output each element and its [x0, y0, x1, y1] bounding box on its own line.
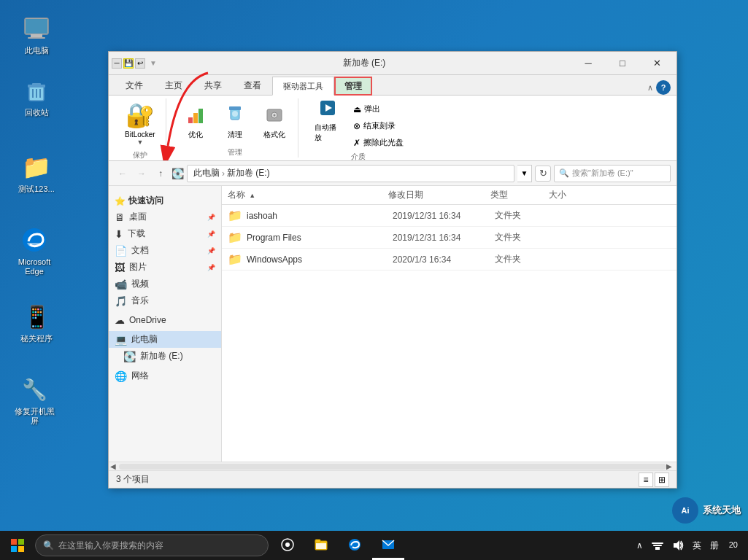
svg-rect-27 [18, 539, 24, 545]
watermark: Ai 系统天地 [672, 497, 741, 524]
ribbon-content: 🔐 BitLocker ▼ 保护 [109, 96, 676, 161]
col-size-label: 大小 [549, 190, 566, 200]
desktop-sidebar-label: 桌面 [129, 211, 147, 223]
bitlocker-button[interactable]: 🔐 BitLocker ▼ [120, 98, 160, 149]
erase-disc-button[interactable]: ✗ 擦除此光盘 [350, 135, 407, 150]
desktop-icon-recycle-bin[interactable]: 回收站 [11, 73, 62, 120]
clean-button[interactable]: 清理 [217, 102, 252, 143]
file-type-iashoah: 文件夹 [495, 209, 553, 222]
file-row-windows-apps[interactable]: 📁 WindowsApps 2020/1/3 16:34 文件夹 [222, 249, 676, 271]
optimize-button[interactable]: 优化 [178, 102, 213, 143]
tab-home[interactable]: 主页 [154, 76, 193, 95]
tray-volume[interactable] [669, 538, 687, 553]
file-row-program-files[interactable]: 📁 Program Files 2019/12/31 16:34 文件夹 [222, 227, 676, 249]
sidebar-item-music[interactable]: 🎵 音乐 [109, 292, 221, 309]
drive-icon[interactable]: 💽 [171, 168, 184, 179]
tray-chevron[interactable]: ∧ [633, 539, 646, 552]
new-volume-sidebar-icon: 💽 [123, 351, 136, 362]
tray-ime[interactable]: 册 [707, 538, 722, 553]
tab-view[interactable]: 查看 [233, 76, 272, 95]
file-row-iashoah[interactable]: 📁 iashoah 2019/12/31 16:34 文件夹 [222, 205, 676, 227]
sidebar-item-this-pc[interactable]: 💻 此电脑 [109, 331, 221, 348]
undo-btn[interactable]: ↩ [135, 58, 145, 69]
autoplay-button[interactable]: 自动播放 [310, 101, 345, 139]
tray-clock[interactable]: 20 [725, 539, 742, 551]
save-btn[interactable]: 💾 [123, 58, 134, 69]
format-icon [264, 105, 285, 130]
taskbar-task-view[interactable] [271, 531, 304, 560]
tray-lang[interactable]: 英 [690, 538, 704, 553]
watermark-logo: Ai [672, 497, 698, 524]
up-button[interactable]: ↑ [153, 166, 169, 182]
maximize-button[interactable]: □ [606, 52, 639, 75]
ribbon-tabs: 文件 主页 共享 查看 驱动器工具 管理 ∧ ? [109, 75, 676, 96]
svg-point-22 [273, 114, 275, 116]
search-box[interactable]: 🔍 搜索"新加卷 (E:)" [554, 165, 671, 182]
desktop-icon-app2[interactable]: 🔧 修复开机黑屏 [9, 372, 60, 429]
format-button[interactable]: 格式化 [257, 102, 292, 143]
address-path[interactable]: 此电脑 › 新加卷 (E:) [187, 165, 514, 182]
desktop-icon-app1[interactable]: 📱 秘关程序 [11, 299, 62, 346]
bitlocker-arrow: ▼ [136, 139, 143, 146]
desktop-icon-this-pc[interactable]: 此电脑 [11, 11, 62, 58]
sidebar-section-network: 🌐 网络 [109, 368, 221, 384]
sidebar-item-network[interactable]: 🌐 网络 [109, 368, 221, 384]
scroll-right-btn[interactable]: ▶ [666, 462, 675, 470]
taskbar-mail[interactable] [372, 531, 404, 560]
title-bar-controls: ─ □ ✕ [571, 52, 674, 75]
tab-share[interactable]: 共享 [193, 76, 233, 95]
tray-network[interactable] [649, 538, 666, 553]
clean-label: 清理 [228, 130, 242, 140]
desktop-pin-icon: 📌 [207, 214, 215, 221]
col-name[interactable]: 名称 ▲ [228, 189, 388, 201]
main-area: ⭐ 快速访问 🖥 桌面 📌 ⬇ 下载 📌 📄 [109, 186, 676, 462]
sidebar-item-onedrive[interactable]: ☁ OneDrive [109, 312, 221, 328]
tab-drive-tools[interactable]: 驱动器工具 [272, 77, 334, 96]
sidebar-item-videos[interactable]: 📹 视频 [109, 276, 221, 292]
svg-rect-9 [32, 83, 41, 85]
horizontal-scrollbar[interactable]: ◀ ▶ [109, 462, 676, 470]
col-date-label: 修改日期 [388, 190, 423, 200]
minimize-quick-btn[interactable]: ─ [112, 58, 122, 69]
folder-icon-windows-apps: 📁 [228, 252, 242, 266]
taskbar-search[interactable]: 🔍 在这里输入你要搜索的内容 [35, 534, 269, 556]
sidebar-item-documents[interactable]: 📄 文档 📌 [109, 242, 221, 259]
svg-point-31 [285, 542, 290, 547]
ribbon-collapse-icon[interactable]: ∧ [647, 83, 653, 93]
taskbar-edge[interactable] [339, 531, 371, 560]
taskbar-file-explorer[interactable] [305, 531, 337, 560]
sidebar-item-pictures[interactable]: 🖼 图片 📌 [109, 259, 221, 276]
sidebar-item-new-volume[interactable]: 💽 新加卷 (E:) [109, 348, 221, 365]
ribbon-group-protect: 🔐 BitLocker ▼ 保护 [115, 98, 166, 158]
forward-button[interactable]: → [134, 166, 150, 182]
ribbon-help-button[interactable]: ? [656, 80, 671, 95]
eject-button[interactable]: ⏏ 弹出 [350, 101, 407, 117]
scrollbar-track[interactable] [119, 464, 666, 470]
desktop-icon-edge[interactable]: MicrosoftEdge [9, 222, 60, 279]
back-button[interactable]: ← [115, 166, 131, 182]
col-name-label: 名称 [228, 190, 245, 200]
tab-manage[interactable]: 管理 [334, 77, 372, 96]
desktop-icon-test-folder[interactable]: 📁 测试123... [11, 149, 62, 197]
svg-rect-15 [193, 113, 198, 123]
view-details-button[interactable]: ≡ [639, 472, 653, 487]
view-grid-button[interactable]: ⊞ [655, 472, 669, 487]
downloads-sidebar-icon: ⬇ [115, 228, 123, 240]
tab-file[interactable]: 文件 [115, 76, 154, 95]
close-button[interactable]: ✕ [640, 52, 674, 75]
start-button[interactable] [0, 531, 35, 560]
address-dropdown[interactable]: ▼ [517, 165, 532, 182]
scroll-left-btn[interactable]: ◀ [110, 462, 119, 470]
refresh-button[interactable]: ↻ [535, 166, 551, 182]
sidebar-item-desktop[interactable]: 🖥 桌面 📌 [109, 209, 221, 225]
tray-chevron-icon: ∧ [636, 540, 643, 551]
col-size[interactable]: 大小 [549, 189, 607, 201]
sidebar-item-downloads[interactable]: ⬇ 下载 📌 [109, 225, 221, 242]
status-count: 3 个项目 [116, 473, 150, 486]
svg-rect-16 [198, 109, 203, 123]
col-type[interactable]: 类型 [490, 189, 549, 201]
col-date[interactable]: 修改日期 [388, 189, 490, 201]
taskbar-icons [269, 531, 407, 560]
end-burn-button[interactable]: ⊗ 结束刻录 [350, 118, 407, 133]
minimize-button[interactable]: ─ [571, 52, 605, 75]
